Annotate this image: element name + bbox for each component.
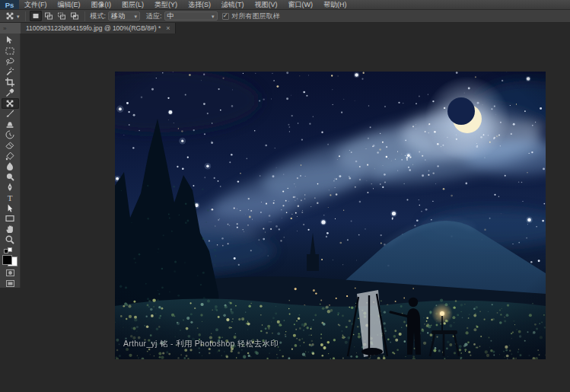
rectangular-marquee-tool[interactable] <box>2 46 19 56</box>
brush-tool-icon <box>5 108 15 119</box>
zoom-tool-icon <box>5 234 15 245</box>
selection-mode-group <box>30 11 81 21</box>
type-tool[interactable]: T <box>2 193 19 203</box>
document-tab[interactable]: 1100983122b884159fo.jpg @ 100%(RGB/8#) *… <box>21 23 176 33</box>
history-brush-tool-icon <box>5 129 15 140</box>
foreground-color-swatch[interactable] <box>2 255 12 265</box>
dodge-tool[interactable] <box>2 171 19 182</box>
photoshop-window: Ps 文件(F)编辑(E)图像(I)图层(L)类型(Y)选择(S)滤镜(T)视图… <box>0 0 570 392</box>
paint-bucket-tool-icon <box>5 151 15 161</box>
screen-mode-button[interactable] <box>2 279 19 288</box>
color-swatches <box>2 255 18 266</box>
mode-dropdown[interactable]: 移动 ▾ <box>108 11 140 21</box>
quick-mask-icon <box>5 268 15 278</box>
eraser-tool-icon <box>5 140 15 151</box>
content-aware-move-icon <box>5 11 15 21</box>
menu-item-5[interactable]: 选择(S) <box>183 0 216 9</box>
toolbar-collapse-header[interactable]: » <box>0 23 21 33</box>
menu-item-1[interactable]: 编辑(E) <box>53 0 86 9</box>
lasso-tool[interactable] <box>2 56 19 67</box>
menu-item-4[interactable]: 类型(Y) <box>149 0 183 9</box>
menu-item-0[interactable]: 文件(F) <box>19 0 53 9</box>
shape-tool-icon <box>5 213 15 224</box>
vignette-overlay <box>115 72 546 359</box>
content-aware-move-tool-icon <box>5 98 15 109</box>
svg-text:T: T <box>8 193 13 202</box>
path-selection-tool[interactable] <box>2 203 19 214</box>
eraser-tool[interactable] <box>2 140 19 151</box>
subtract-from-selection-icon <box>57 11 66 21</box>
magic-wand-tool-icon <box>5 66 15 77</box>
checkbox-checked-icon[interactable]: ✓ <box>222 13 229 20</box>
photoshop-logo[interactable]: Ps <box>0 0 19 9</box>
pen-tool[interactable] <box>2 182 19 193</box>
tool-options-bar: ▾ 模式: 移动 ▾ 适应: 中 ▾ ✓ <box>0 10 570 23</box>
menu-item-6[interactable]: 滤镜(T) <box>216 0 250 9</box>
adaptation-label: 适应: <box>146 11 162 21</box>
clone-stamp-tool-icon <box>5 119 15 129</box>
close-icon[interactable]: × <box>166 25 170 32</box>
screen-mode-icon <box>5 279 15 288</box>
swap-colors-icon[interactable] <box>3 247 17 253</box>
clone-stamp-tool[interactable] <box>2 119 19 129</box>
menu-items: 文件(F)编辑(E)图像(I)图层(L)类型(Y)选择(S)滤镜(T)视图(V)… <box>19 0 352 9</box>
add-to-selection-button[interactable] <box>43 11 55 21</box>
crop-tool[interactable] <box>2 77 19 88</box>
mode-value: 移动 <box>111 11 125 21</box>
type-tool-icon: T <box>5 193 15 203</box>
mode-label: 模式: <box>91 11 107 21</box>
path-selection-tool-icon <box>5 203 15 214</box>
zoom-tool[interactable] <box>2 234 19 245</box>
sample-all-layers-label: 对所有图层取样 <box>232 11 280 21</box>
tool-buttons: T <box>2 35 19 245</box>
document-tab-title: 1100983122b884159fo.jpg @ 100%(RGB/8#) * <box>26 24 161 32</box>
chevron-down-icon: ▾ <box>135 14 138 19</box>
move-tool-icon <box>5 35 15 46</box>
pen-tool-icon <box>5 182 15 193</box>
tools-panel: T <box>0 33 21 288</box>
crop-tool-icon <box>5 77 15 88</box>
content-aware-move-tool[interactable] <box>2 98 19 109</box>
adaptation-value: 中 <box>167 11 174 21</box>
move-tool[interactable] <box>2 35 19 46</box>
options-separator <box>25 11 26 21</box>
hand-tool-icon <box>5 224 15 234</box>
new-selection-icon <box>31 11 40 21</box>
history-brush-tool[interactable] <box>2 129 19 140</box>
options-separator <box>84 11 85 21</box>
blur-tool-icon <box>5 161 15 171</box>
adaptation-dropdown[interactable]: 中 ▾ <box>164 11 218 21</box>
menu-item-8[interactable]: 窗口(W) <box>283 0 319 9</box>
watermark-text: Arthur_yj 铭 - 利用 Photoshop 轻松去水印 <box>123 339 279 349</box>
document-tab-bar: » 1100983122b884159fo.jpg @ 100%(RGB/8#)… <box>0 23 570 33</box>
menu-bar: Ps 文件(F)编辑(E)图像(I)图层(L)类型(Y)选择(S)滤镜(T)视图… <box>0 0 570 10</box>
chevron-down-icon: ▾ <box>17 14 20 19</box>
eyedropper-tool-icon <box>5 88 15 98</box>
new-selection-button[interactable] <box>30 11 42 21</box>
chevron-down-icon: ▾ <box>212 14 215 19</box>
brush-tool[interactable] <box>2 109 19 120</box>
lasso-tool-icon <box>5 56 15 67</box>
mini-background-swatch <box>8 247 12 252</box>
blur-tool[interactable] <box>2 161 19 172</box>
paint-bucket-tool[interactable] <box>2 151 19 161</box>
menu-item-2[interactable]: 图像(I) <box>86 0 117 9</box>
menu-item-7[interactable]: 视图(V) <box>250 0 283 9</box>
subtract-from-selection-button[interactable] <box>56 11 68 21</box>
add-to-selection-icon <box>44 11 53 21</box>
intersect-selection-icon <box>70 11 79 21</box>
hand-tool[interactable] <box>2 224 19 234</box>
dodge-tool-icon <box>5 171 15 182</box>
intersect-selection-button[interactable] <box>68 11 81 21</box>
starry-night-artwork <box>115 72 546 359</box>
shape-tool[interactable] <box>2 214 19 225</box>
eyedropper-tool[interactable] <box>2 88 19 98</box>
menu-item-9[interactable]: 帮助(H) <box>318 0 352 9</box>
tool-preset-picker[interactable]: ▾ <box>3 11 21 21</box>
double-arrow-icon: » <box>3 25 5 32</box>
magic-wand-tool[interactable] <box>2 66 19 77</box>
document-canvas[interactable]: Arthur_yj 铭 - 利用 Photoshop 轻松去水印 <box>115 72 546 359</box>
menu-item-3[interactable]: 图层(L) <box>116 0 149 9</box>
quick-mask-button[interactable] <box>2 268 19 277</box>
sample-all-layers-option[interactable]: ✓ 对所有图层取样 <box>222 11 280 21</box>
